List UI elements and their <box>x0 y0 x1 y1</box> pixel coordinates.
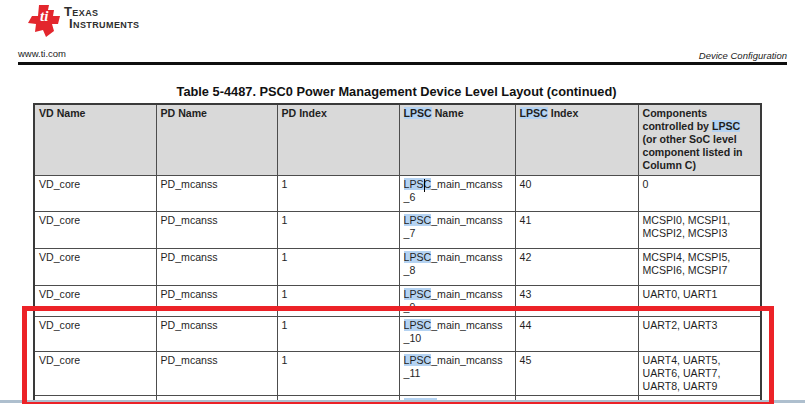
lpsc-name-text: _main_mcanss <box>431 214 502 226</box>
header-text: (or other SoC level component listed in … <box>643 133 743 171</box>
cell-lpsc-name: LPSC_main_mcanss_6 <box>399 176 515 212</box>
ti-website-link[interactable]: www.ti.com <box>18 48 66 59</box>
lpsc-name-line2: _8 <box>404 264 511 277</box>
cell-components: MCSPI4, MCSPI5, MCSPI6, MCSPI7 <box>638 249 761 286</box>
col-header-components: Components controlled by LPSC (or other … <box>638 104 761 176</box>
table-title: Table 5-4487. PSC0 Power Management Devi… <box>33 84 760 99</box>
cell-pd-index: 1 <box>277 176 399 212</box>
col-header-pd-name: PD Name <box>156 104 277 176</box>
header-text: Index <box>548 107 579 119</box>
search-highlight: LPSC <box>404 107 432 119</box>
lpsc-name-line2: _7 <box>404 227 511 240</box>
search-highlight: LPSC <box>404 251 432 263</box>
table-row: VD_core PD_mcanss 1 LPSC_main_mcanss_6 4… <box>34 176 761 212</box>
cell-pd-index: 1 <box>277 212 399 249</box>
header-text: VD Name <box>39 107 86 119</box>
cell-vd-name: VD_core <box>34 176 156 212</box>
red-annotation-box <box>22 306 774 404</box>
brand-line2: Instruments <box>69 18 140 30</box>
header-text: PD Name <box>161 107 208 119</box>
table-header-row: VD Name PD Name PD Index LPSC Name LPSC … <box>34 104 761 176</box>
cell-components: MCSPI0, MCSPI1, MCSPI2, MCSPI3 <box>638 212 761 249</box>
brand-name: Texas Instruments <box>64 6 140 30</box>
ti-logo-icon: ti <box>27 4 63 42</box>
col-header-lpsc-name: LPSC Name <box>399 104 515 176</box>
table-row: VD_core PD_mcanss 1 LPSC_main_mcanss_8 4… <box>34 249 761 286</box>
cell-lpsc-index: 42 <box>515 249 638 286</box>
lpsc-name-text: _main_mcanss <box>431 288 502 300</box>
cell-pd-index: 1 <box>277 249 399 286</box>
lpsc-name-line2: _6 <box>404 191 511 204</box>
text-cursor <box>424 179 426 192</box>
cell-vd-name: VD_core <box>34 249 156 286</box>
header-rule <box>18 62 787 65</box>
lpsc-name-text: _main_mcanss <box>431 251 502 263</box>
header-text: Name <box>432 107 464 119</box>
col-header-vd-name: VD Name <box>34 104 156 176</box>
lpsc-name-text: _main_mcanss <box>431 178 502 190</box>
svg-text:ti: ti <box>40 8 49 24</box>
cell-lpsc-name: LPSC_main_mcanss_7 <box>399 212 515 249</box>
table-row: VD_core PD_mcanss 1 LPSC_main_mcanss_7 4… <box>34 212 761 249</box>
col-header-lpsc-index: LPSC Index <box>515 104 638 176</box>
cell-vd-name: VD_core <box>34 212 156 249</box>
cell-pd-name: PD_mcanss <box>156 212 277 249</box>
cell-components: 0 <box>638 176 761 212</box>
section-label: Device Configuration <box>699 50 787 61</box>
pdf-page: ti Texas Instruments www.ti.com Device C… <box>0 0 805 404</box>
search-highlight: LPSC <box>404 288 432 300</box>
search-highlight: LPSC <box>520 107 548 119</box>
header-text: Components controlled by <box>643 107 712 132</box>
cell-pd-name: PD_mcanss <box>156 249 277 286</box>
search-highlight: LPSC <box>404 214 432 226</box>
cell-pd-name: PD_mcanss <box>156 176 277 212</box>
search-highlight: LPSC <box>404 178 432 190</box>
cell-lpsc-index: 41 <box>515 212 638 249</box>
search-highlight: LPSC <box>712 120 740 132</box>
header-text: PD Index <box>282 107 327 119</box>
col-header-pd-index: PD Index <box>277 104 399 176</box>
cell-lpsc-index: 40 <box>515 176 638 212</box>
cell-lpsc-name: LPSC_main_mcanss_8 <box>399 249 515 286</box>
